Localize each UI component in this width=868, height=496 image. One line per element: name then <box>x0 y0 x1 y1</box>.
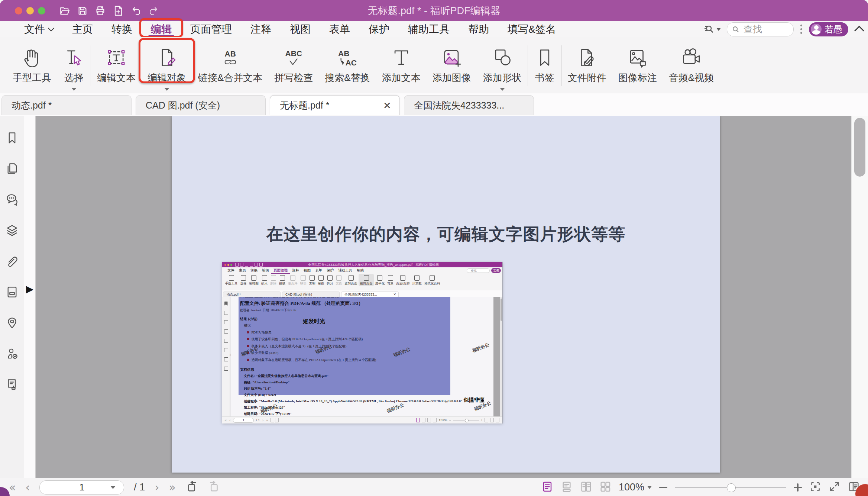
embed-error-line: ✖字体未嵌入（且文本渲染模式不是 3）(在 1 页上找到 3 个匹配项) <box>240 344 493 349</box>
document-tab[interactable]: 动态.pdf * <box>1 95 132 115</box>
embed-page-total: / 1 <box>256 418 260 422</box>
redo-icon[interactable] <box>148 5 160 17</box>
tool-hand[interactable]: 手型工具 <box>7 37 57 93</box>
collapse-toolbar-icon[interactable] <box>854 26 864 36</box>
zoom-in-icon[interactable] <box>794 483 802 492</box>
menu-tab[interactable]: 填写&签名 <box>498 21 566 37</box>
bookmark-icon <box>534 45 556 70</box>
titlebar: 无标题.pdf * - 福昕PDF编辑器 <box>0 0 868 21</box>
comments-panel-icon[interactable] <box>5 193 19 206</box>
next-page-icon[interactable]: › <box>155 482 159 493</box>
embed-tool-icon <box>271 275 276 281</box>
fullscreen-icon[interactable] <box>829 481 841 494</box>
embed-info-line: 文件大小 (KB)：624.9 <box>240 393 493 397</box>
embed-tool-icon <box>251 275 256 281</box>
menu-tab[interactable]: 保护 <box>359 21 399 37</box>
tool-add-shape[interactable]: 添加形状 <box>477 37 528 93</box>
tool-add-image[interactable]: 添加图像 <box>427 37 477 93</box>
tool-search-replace[interactable]: AB AC 搜索&替换 <box>319 37 376 93</box>
last-page-icon[interactable]: » <box>169 482 175 493</box>
vertical-scrollbar[interactable] <box>851 116 868 478</box>
tool-link-merge-text[interactable]: AB 链接&合并文本 <box>192 37 268 93</box>
page-number-input[interactable]: 1 <box>39 480 124 495</box>
menu-tab[interactable]: 帮助 <box>459 21 498 37</box>
edit-object-icon <box>156 45 178 70</box>
fields-panel-icon[interactable] <box>5 285 19 299</box>
search-options-icon[interactable] <box>704 24 721 35</box>
tool-file-attachment[interactable]: 文件附件 <box>562 37 612 93</box>
view-mode-two-page-icon[interactable] <box>599 481 611 494</box>
next-view-icon[interactable] <box>208 480 220 495</box>
close-window-button[interactable] <box>15 7 22 15</box>
menu-tab[interactable]: 表单 <box>320 21 359 37</box>
user-account-button[interactable]: 若愚 <box>809 22 848 36</box>
menu-tab[interactable]: 注释 <box>241 21 281 37</box>
expand-panel-handle[interactable]: ▶ <box>26 284 33 294</box>
embed-tool: 删除 <box>269 274 278 286</box>
tool-edit-text[interactable]: 编辑文本 <box>91 37 142 93</box>
embed-zoom-level: 152% <box>438 418 447 422</box>
zoom-out-icon[interactable] <box>659 487 667 488</box>
menu-tab[interactable]: 视图 <box>281 21 320 37</box>
document-tab[interactable]: 全国法院失4233333... <box>404 95 534 115</box>
fullscreen-window-button[interactable] <box>38 7 45 15</box>
tool-edit-object[interactable]: 编辑对象 <box>142 37 192 93</box>
zoom-slider-knob[interactable] <box>727 483 736 492</box>
view-mode-continuous-icon[interactable] <box>541 481 553 494</box>
menu-tab[interactable]: 主页 <box>63 21 102 37</box>
embed-tool: 格式化页码 <box>423 274 441 286</box>
zoom-slider[interactable] <box>675 487 786 488</box>
embed-tool: 背景 <box>386 274 395 286</box>
menu-tab[interactable]: 转换 <box>102 21 142 37</box>
view-mode-single-page-icon[interactable] <box>561 481 573 494</box>
tool-image-annotation[interactable]: 图像标注 <box>612 37 663 93</box>
first-page-icon[interactable]: « <box>9 482 16 493</box>
tool-audio-video[interactable]: 音频&视频 <box>663 37 720 93</box>
search-input[interactable] <box>743 23 789 35</box>
tool-select[interactable]: 选择 <box>57 37 91 93</box>
search-box[interactable] <box>727 22 794 36</box>
embed-page-number: 1 <box>233 418 254 423</box>
menu-tab[interactable]: 文件 <box>15 21 63 37</box>
open-file-icon[interactable] <box>59 5 71 17</box>
zoom-level-select[interactable]: 100% <box>619 481 652 493</box>
embed-error-cross-icon: ✖ <box>247 358 250 362</box>
tool-spellcheck[interactable]: ABC 拼写检查 <box>268 37 319 93</box>
previous-view-icon[interactable] <box>185 480 198 495</box>
embed-tool: 逆页序 <box>287 274 299 286</box>
digital-signatures-panel-icon[interactable] <box>5 347 19 361</box>
fit-page-icon[interactable] <box>809 481 821 494</box>
view-mode-two-page-continuous-icon[interactable] <box>580 481 592 494</box>
new-document-icon[interactable] <box>112 5 124 17</box>
tool-add-text[interactable]: 添加文本 <box>376 37 427 93</box>
menu-tab[interactable]: 页面管理 <box>181 21 241 37</box>
minimize-window-button[interactable] <box>26 7 34 15</box>
print-icon[interactable] <box>94 5 106 17</box>
embed-tool-icon <box>349 275 354 281</box>
more-options-icon[interactable] <box>800 25 803 34</box>
bookmarks-panel-icon[interactable] <box>5 131 19 145</box>
embed-tool: 插入 <box>260 274 269 286</box>
menu-tab[interactable]: 编辑 <box>142 21 181 37</box>
embed-error-cross-icon: ✖ <box>247 344 250 348</box>
search-icon <box>732 25 740 33</box>
menu-tab[interactable]: 辅助工具 <box>399 21 459 37</box>
document-tab[interactable]: 无标题.pdf * ✕ <box>270 95 400 115</box>
document-tab[interactable]: CAD 图.pdf (安全) <box>136 95 266 115</box>
save-icon[interactable] <box>77 5 88 17</box>
page-thumbnails-panel-icon[interactable] <box>5 162 19 175</box>
stamps-panel-icon[interactable] <box>5 378 19 392</box>
scrollbar-thumb[interactable] <box>854 118 865 177</box>
attachments-panel-icon[interactable] <box>5 254 19 268</box>
embed-info-line: PDF 版本号: "1.4" <box>240 386 493 391</box>
close-tab-icon[interactable]: ✕ <box>382 100 393 111</box>
layers-panel-icon[interactable] <box>5 223 19 237</box>
tool-bookmark[interactable]: 书签 <box>528 37 561 93</box>
embed-tool-icon <box>377 275 382 281</box>
destinations-panel-icon[interactable] <box>5 316 19 330</box>
undo-icon[interactable] <box>130 5 142 17</box>
previous-page-icon[interactable]: ‹ <box>25 482 30 493</box>
chevron-down-icon <box>500 88 505 91</box>
embed-menu-tab: 视图 <box>301 267 313 274</box>
document-tabbar: 动态.pdf * CAD 图.pdf (安全) 无标题.pdf * ✕ 全国法院… <box>0 93 868 116</box>
